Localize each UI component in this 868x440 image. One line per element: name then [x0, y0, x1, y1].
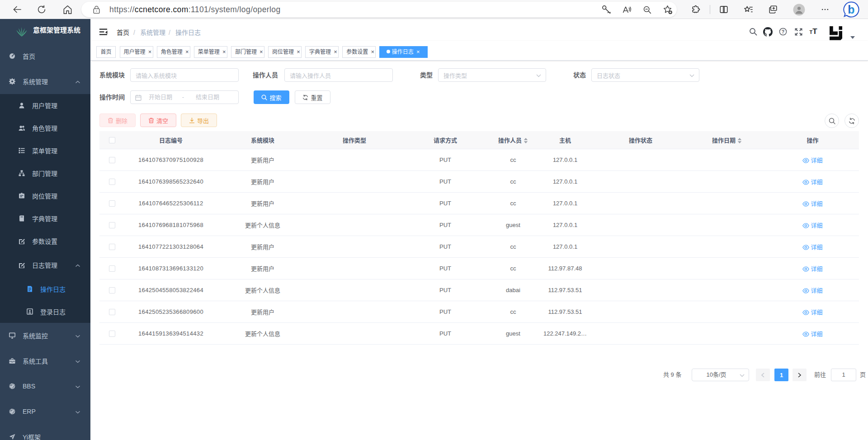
svg-text:?: ? — [782, 29, 784, 34]
svg-text:b: b — [848, 3, 854, 16]
